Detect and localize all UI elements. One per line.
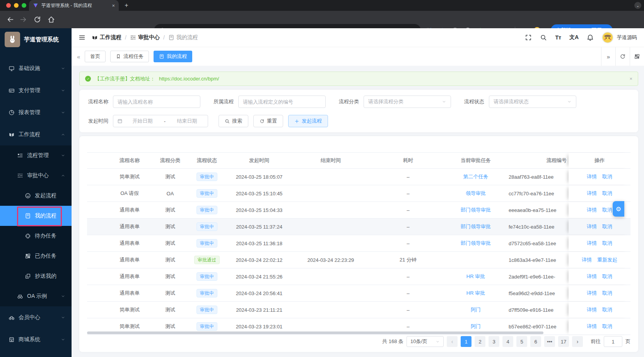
reload-button[interactable] [33,15,41,24]
minimize-window-button[interactable] [14,3,19,8]
create-process-button[interactable]: 发起流程 [288,115,328,127]
detail-link[interactable]: 详情 [587,240,597,247]
detail-link[interactable]: 详情 [587,323,597,330]
current-task-link[interactable]: 阿门 [471,306,481,313]
payment-card-icon [9,87,15,94]
search-button[interactable]: 搜索 [219,115,248,127]
page-button-2[interactable]: 2 [475,336,485,347]
tab-process-tasks[interactable]: 流程任务 [110,51,149,62]
font-size-icon[interactable]: Tт [555,34,561,41]
page-size-select[interactable]: 10条/页 [407,336,444,347]
cancel-link[interactable]: 取消 [602,306,612,313]
page-goto-input[interactable] [604,336,622,347]
sidebar-item-initiate-process[interactable]: 发起流程 [0,186,72,206]
browser-tab[interactable]: 芋道管理系统 - 我的流程 × [29,0,119,11]
app-logo-row[interactable]: 芋道管理系统 [0,28,72,51]
sidebar-item-payment[interactable]: 支付管理 [0,79,72,101]
collapse-sidebar-icon[interactable] [79,34,85,41]
cancel-link[interactable]: 取消 [602,323,612,330]
detail-link[interactable]: 详情 [587,306,597,313]
current-task-link[interactable]: 部门领导审批 [461,207,491,214]
process-name-input[interactable] [113,96,200,108]
username-text[interactable]: 芋道源码 [617,34,637,41]
table-row: 通用表单 测试 审批中 2024-03-24 21:55:26 – HR 审批 … [87,268,630,285]
page-button-1[interactable]: 1 [461,336,471,347]
notification-bell-icon[interactable] [587,34,594,41]
sidebar-item-mall-system[interactable]: 商城系统 [0,328,72,350]
sidebar-item-reports[interactable]: 报表管理 [0,101,72,123]
fullscreen-icon[interactable] [525,34,532,41]
breadcrumb-item-approval-center[interactable]: 审批中心 [130,34,160,41]
search-icon[interactable] [540,34,547,41]
sidebar-item-done-tasks[interactable]: 已办任务 [0,246,72,266]
sidebar-item-oa-example[interactable]: OA 示例 [0,286,72,306]
cancel-link[interactable]: 取消 [602,190,612,197]
sidebar-item-my-process[interactable]: 我的流程 [0,206,72,226]
tab-options-grid-icon[interactable] [630,47,644,66]
page-button-4[interactable]: 4 [502,336,513,347]
current-task-link[interactable]: 部门领导审批 [461,240,491,247]
home-button[interactable] [47,15,55,24]
tab-my-process[interactable]: 我的流程 [154,51,192,62]
alert-close-icon[interactable]: × [629,76,632,82]
user-avatar[interactable] [602,32,613,43]
reset-button[interactable]: 重置 [253,115,283,127]
process-category-select[interactable]: 请选择流程分类 [364,96,451,108]
scroll-tabs-right-icon[interactable]: » [601,47,615,66]
detail-link[interactable]: 详情 [582,256,592,263]
sidebar-item-member-center[interactable]: 会员中心 [0,306,72,328]
detail-link[interactable]: 详情 [587,273,597,280]
sidebar-item-cc-to-me[interactable]: 抄送我的 [0,266,72,286]
back-button[interactable] [6,15,14,24]
cancel-link[interactable]: 取消 [602,223,612,230]
tab-home[interactable]: 首页 [85,51,106,62]
smiley-icon [25,193,31,199]
detail-link[interactable]: 详情 [587,290,597,297]
current-task-link[interactable]: 领导审批 [466,190,486,197]
sidebar-item-workflow[interactable]: 工作流程 [0,123,72,145]
current-task-link[interactable]: HR 审批 [466,290,485,297]
next-page-button[interactable]: › [572,336,583,347]
current-task-link[interactable]: 部门领导审批 [461,223,491,230]
sidebar-item-approval-center[interactable]: 审批中心 [0,166,72,186]
pager-ellipsis[interactable]: ••• [544,336,555,347]
new-tab-button[interactable]: + [122,1,131,10]
page-button-17[interactable]: 17 [558,336,569,347]
breadcrumb-item-workflow[interactable]: 工作流程 [92,34,121,41]
cancel-link[interactable]: 取消 [602,207,612,214]
manual-link[interactable]: https://doc.iocoder.cn/bpm/ [159,76,219,82]
current-task-link[interactable]: HR 审批 [466,273,485,280]
cancel-link[interactable]: 取消 [602,240,612,247]
tab-search-button[interactable]: ⌄ [634,2,641,9]
process-status-select[interactable]: 请选择流程状态 [489,96,576,108]
sidebar-item-todo-tasks[interactable]: 待办任务 [0,226,72,246]
cancel-link[interactable]: 取消 [602,290,612,297]
page-button-6[interactable]: 6 [530,336,541,347]
cancel-link[interactable]: 重新发起 [597,256,617,263]
detail-link[interactable]: 详情 [587,173,597,180]
date-range-picker[interactable]: 开始日期 - 结束日期 [113,115,208,127]
language-icon[interactable]: 文A [569,34,579,41]
cancel-link[interactable]: 取消 [602,173,612,180]
sidebar-item-process-management[interactable]: 流程管理 [0,145,72,166]
bicycle-icon [9,314,15,321]
process-definition-input[interactable] [238,96,326,108]
page-button-3[interactable]: 3 [489,336,499,347]
current-task-link[interactable]: 第二个任务 [463,173,489,180]
refresh-page-icon[interactable] [615,47,630,66]
prev-page-button[interactable]: ‹ [447,336,458,347]
horizontal-scrollbar-thumb[interactable] [87,331,543,334]
current-task-link[interactable]: 阿门 [471,323,481,330]
cancel-link[interactable]: 取消 [602,273,612,280]
sidebar-item-infrastructure[interactable]: 基础设施 [0,57,72,79]
detail-link[interactable]: 详情 [587,207,597,214]
detail-link[interactable]: 详情 [587,223,597,230]
maximize-window-button[interactable] [22,3,26,8]
detail-link[interactable]: 详情 [587,190,597,197]
settings-drawer-button[interactable]: ⚙ [613,201,624,217]
scroll-tabs-left-icon[interactable]: « [77,53,80,60]
forward-button[interactable] [19,15,27,24]
tab-close-icon[interactable]: × [112,3,115,9]
close-window-button[interactable] [6,3,11,8]
page-button-5[interactable]: 5 [516,336,527,347]
